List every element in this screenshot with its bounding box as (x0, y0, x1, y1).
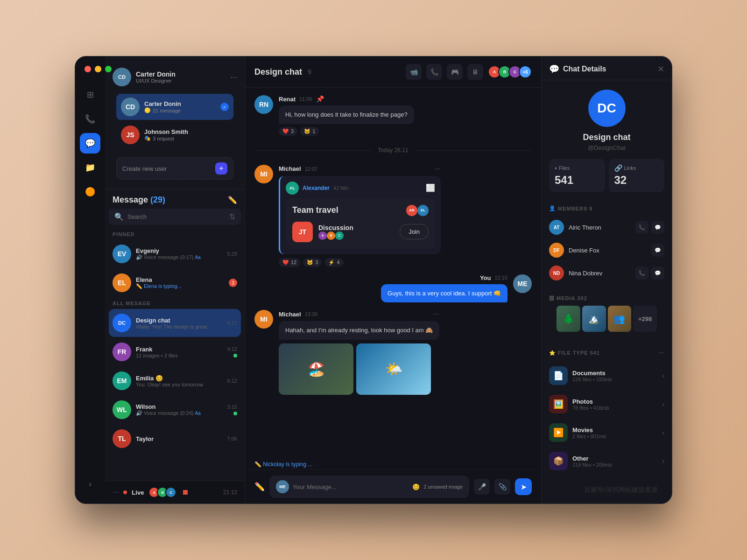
msg-preview-elena: ✏️ Elena is typing... (136, 283, 224, 289)
group-info-card: DC Design chat @DesignChat (542, 80, 672, 159)
documents-name: Documents (572, 370, 657, 377)
attachment-button[interactable]: 📎 (494, 479, 510, 495)
photos-meta: 78 files • 416mb (572, 405, 657, 411)
members-icon: 👤 (549, 205, 556, 211)
reaction-heart[interactable]: ❤️ 3 (279, 127, 297, 136)
recent-avatar-carter: CD (121, 98, 140, 116)
msg-airic-button[interactable]: 💬 (651, 221, 664, 234)
msg-nina-button[interactable]: 💬 (651, 266, 664, 280)
msg-preview-frank: 12 images • 2 files (136, 353, 223, 358)
bubble-renat: Hi, how long does it take to finalize th… (279, 105, 414, 124)
file-type-other[interactable]: 📦 Other 219 files • 208mb › (549, 447, 664, 475)
member-actions-nina: 📞 💬 (635, 266, 664, 280)
chat-taylor[interactable]: TL Taylor 7:06 (109, 425, 241, 453)
reaction-cat-m[interactable]: 🐱 3 (303, 258, 322, 267)
reaction-cat[interactable]: 🐱 1 (300, 127, 319, 136)
nav-folder-icon[interactable]: 📁 (80, 157, 100, 178)
movies-info: Movies 2 files • 801mb (572, 427, 657, 439)
create-user-label: Create new user (122, 165, 167, 172)
movies-icon: ▶️ (549, 423, 568, 442)
recent-chats: CD Carter Donin 🟡 21 message ✓ JS Johnso… (113, 90, 237, 154)
files-stat[interactable]: ▪ Files 541 (549, 159, 605, 192)
reaction-heart-m[interactable]: ❤️ 12 (279, 258, 300, 267)
minimize-button[interactable] (95, 66, 101, 72)
media-thumb-3[interactable]: 👥 (608, 306, 632, 332)
panel-close-button[interactable]: ✕ (657, 64, 664, 74)
reaction-bolt-m[interactable]: ⚡ 4 (324, 258, 343, 267)
recent-info: Carter Donin 🟡 21 message (144, 100, 216, 113)
nav-emoji-icon[interactable]: 🟠 (80, 182, 100, 202)
nav-grid-icon[interactable]: ⊞ (80, 84, 100, 105)
media-section: 🖼 MEDIA 302 🌲 🏔️ 👥 +298 (542, 290, 672, 345)
user-more-button[interactable]: ··· (230, 72, 237, 82)
voice-call-button[interactable]: 📞 (426, 64, 442, 80)
join-button[interactable]: Join (400, 224, 429, 239)
msg-denise-button[interactable]: 💬 (651, 244, 664, 257)
links-label: 🔗 Links (614, 164, 659, 172)
avatar-evgeniy: EV (113, 245, 131, 263)
chat-evgeniy[interactable]: EV Evgeniy 🔊 Voice message (0:17) Aa 5:2… (109, 240, 241, 268)
chat-elena[interactable]: EL Elena ✏️ Elena is typing... 3 (109, 269, 241, 297)
right-panel: 💬 Chat Details ✕ DC Design chat @DesignC… (541, 56, 672, 504)
file-type-header: ⭐ FILE TYPE 541 ··· (549, 349, 664, 357)
file-type-more[interactable]: ··· (658, 349, 664, 357)
media-more[interactable]: +298 (633, 306, 657, 332)
user-name: Carter Donin (136, 70, 226, 78)
chat-design-chat[interactable]: DC Design chat Vitaliy: Yes! The design … (109, 309, 241, 337)
compose-icon[interactable]: ✏️ (228, 196, 237, 204)
nav-chat-icon[interactable]: 💬 (80, 133, 100, 154)
send-button[interactable]: ➤ (515, 478, 532, 495)
video-call-button[interactable]: 📹 (406, 64, 422, 80)
more-icon[interactable]: ··· (435, 165, 441, 173)
chat-wilson[interactable]: WL Wilson 🔊 Voice message (0:24) Aa 3:15 (109, 396, 241, 424)
filter-icon[interactable]: ⇅ (229, 212, 235, 221)
more-icon-m2[interactable]: ··· (433, 310, 439, 318)
documents-chevron: › (662, 372, 664, 379)
typing-text: is typing ... (286, 461, 312, 468)
game-button[interactable]: 🎮 (447, 64, 463, 80)
sender-michael-2: Michael (279, 311, 301, 318)
msg-body-emilia: Emilia 😊 You: Okay! see you tomorrow (136, 375, 223, 387)
close-button[interactable] (85, 66, 91, 72)
maximize-button[interactable] (105, 66, 112, 72)
search-input[interactable] (127, 213, 226, 220)
avatar-denise: DF (549, 243, 564, 258)
forward-card: AL Alexander 42 Min ⬜ Team travel AR EL (279, 176, 441, 254)
group-card-header: Team travel AR EL (292, 205, 429, 216)
file-type-movies[interactable]: ▶️ Movies 2 files • 801mb › (549, 419, 664, 447)
screen-share-button[interactable]: 🖥 (467, 64, 483, 80)
timestamp-self: 12:10 (494, 275, 507, 280)
msg-meta-self: 12:10 You (381, 274, 507, 281)
photos-chevron: › (662, 400, 664, 408)
nav-phone-icon[interactable]: 📞 (80, 109, 100, 129)
image-2[interactable]: 🌤️ (356, 343, 431, 395)
create-user-button[interactable]: Create new user + (116, 157, 233, 180)
file-type-documents[interactable]: 📄 Documents 126 files • 193mb › (549, 362, 664, 390)
media-thumb-1[interactable]: 🌲 (557, 306, 580, 332)
media-thumb-2[interactable]: 🏔️ (582, 306, 606, 332)
timestamp-michael: 12:07 (305, 166, 318, 172)
call-airic-button[interactable]: 📞 (635, 221, 648, 234)
msg-name-wilson: Wilson (136, 403, 223, 410)
chat-emilia[interactable]: EM Emilia 😊 You: Okay! see you tomorrow … (109, 367, 241, 395)
msg-content-renat: Renat 11:06 📌 Hi, how long does it take … (279, 95, 414, 136)
recent-chat-carter[interactable]: CD Carter Donin 🟡 21 message ✓ (116, 94, 233, 120)
all-label: ALL MESAGE (109, 298, 241, 309)
msg-content-michael: Michael 12:07 ··· AL Alexander 42 Min ⬜ (279, 165, 441, 267)
chat-frank[interactable]: FR Frank 12 images • 2 files 4:12 (109, 338, 241, 366)
documents-info: Documents 126 files • 193mb (572, 370, 657, 382)
attach-icon[interactable]: ✏️ (254, 482, 265, 492)
timestamp-michael-2: 13:30 (305, 311, 318, 317)
links-stat[interactable]: 🔗 Links 32 (609, 159, 665, 192)
media-grid: 🌲 🏔️ 👥 +298 (549, 306, 664, 339)
call-nina-button[interactable]: 📞 (635, 266, 648, 280)
group-name: Discussion (318, 224, 394, 231)
image-1[interactable]: 🏖️ (279, 343, 353, 395)
mic-button[interactable]: 🎤 (474, 479, 490, 495)
file-type-photos[interactable]: 🖼️ Photos 78 files • 416mb › (549, 390, 664, 419)
nav-collapse-icon[interactable]: › (80, 474, 100, 494)
message-input[interactable] (293, 483, 409, 490)
recent-chat-johnson[interactable]: JS Johnson Smith 🎭 3 request (116, 122, 233, 148)
online-indicator-frank (233, 354, 237, 357)
photos-info: Photos 78 files • 416mb (572, 398, 657, 411)
